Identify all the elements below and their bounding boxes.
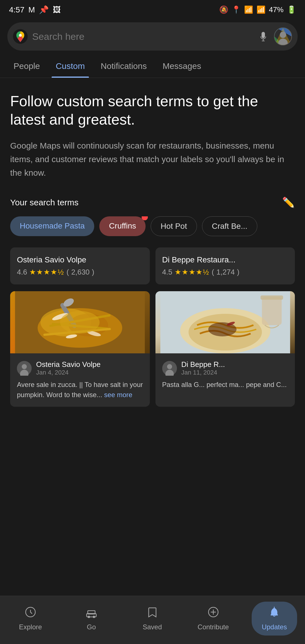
battery-display: 47%: [269, 5, 284, 14]
signal-icon: 📶: [256, 5, 265, 14]
nav-saved[interactable]: Saved: [130, 606, 175, 631]
tabs-container: People Custom Notifications Messages: [0, 55, 305, 78]
see-more-osteria[interactable]: see more: [104, 391, 132, 399]
notification-dot: [142, 216, 148, 220]
stars-osteria: ★★★★½: [29, 268, 64, 277]
edit-icon[interactable]: ✏️: [282, 197, 295, 208]
search-input[interactable]: [32, 31, 253, 42]
mute-icon: 🔕: [219, 5, 228, 14]
svg-point-35: [93, 616, 95, 618]
go-label: Go: [87, 623, 96, 631]
main-content: Follow custom search terms to get the la…: [0, 78, 305, 475]
photo-icon: 🖼: [53, 5, 61, 14]
review-text-dibeppe: Pasta alla G... perfect ma... pepe and C…: [162, 380, 288, 390]
user-avatar[interactable]: [274, 27, 292, 45]
tab-custom[interactable]: Custom: [48, 55, 93, 78]
review-body-osteria: Osteria Savio Volpe Jan 4, 2024 Avere sa…: [10, 353, 150, 407]
microphone-icon[interactable]: [257, 30, 269, 43]
review-cards-row: Osteria Savio Volpe Jan 4, 2024 Avere sa…: [10, 291, 295, 407]
review-image-dibeppe: [155, 291, 295, 353]
svg-point-34: [88, 616, 90, 618]
hero-description: Google Maps will continuously scan for r…: [10, 139, 295, 180]
svg-rect-28: [260, 295, 283, 300]
go-icon: [85, 606, 97, 621]
search-chips-container: Housemade Pasta Cruffins Hot Pot Craft B…: [10, 216, 295, 236]
updates-label: Updates: [262, 623, 287, 631]
search-bar-container: [0, 17, 305, 55]
chip-craft-be[interactable]: Craft Be...: [202, 216, 257, 236]
nav-updates[interactable]: Updates: [252, 602, 297, 636]
nav-go[interactable]: Go: [69, 606, 114, 631]
reviewer-date-dibeppe: Jan 11, 2024: [181, 369, 225, 376]
review-image-osteria: [10, 291, 150, 353]
chip-housemade-pasta[interactable]: Housemade Pasta: [10, 216, 94, 236]
reviewer-name-dibeppe: Di Beppe R...: [181, 360, 225, 369]
svg-point-30: [167, 364, 172, 369]
restaurant-name-dibeppe: Di Beppe Restaura...: [162, 255, 288, 264]
bottom-navigation: Explore Go Saved Contribute: [0, 596, 305, 644]
saved-label: Saved: [143, 623, 162, 631]
pin-icon: 📌: [39, 5, 49, 14]
review-text-osteria: Avere sale in zucca. || To have salt in …: [17, 380, 143, 400]
battery-icon: 🔋: [287, 5, 296, 14]
stars-dibeppe: ★★★★½: [175, 268, 210, 277]
nav-contribute[interactable]: Contribute: [191, 606, 236, 631]
reviewer-row-dibeppe: Di Beppe R... Jan 11, 2024: [162, 360, 288, 376]
explore-icon: [25, 606, 36, 621]
review-body-dibeppe: Di Beppe R... Jan 11, 2024 Pasta alla G.…: [155, 353, 295, 397]
search-terms-header: Your search terms ✏️: [10, 197, 295, 208]
restaurant-rating-dibeppe: 4.5 ★★★★½ (1,274): [162, 268, 288, 277]
tab-notifications[interactable]: Notifications: [93, 55, 155, 78]
hero-title: Follow custom search terms to get the la…: [10, 92, 295, 129]
svg-point-5: [280, 32, 286, 38]
chip-hot-pot[interactable]: Hot Pot: [151, 216, 197, 236]
location-icon: 📍: [232, 5, 241, 14]
google-maps-logo: [13, 29, 28, 44]
time-display: 4:57: [9, 5, 25, 14]
search-terms-title: Your search terms: [10, 198, 78, 207]
status-indicators: 🔕 📍 📶 📶 47% 🔋: [219, 5, 296, 14]
restaurant-card-osteria[interactable]: Osteria Savio Volpe 4.6 ★★★★½ (2,630): [10, 247, 150, 284]
restaurant-card-dibeppe[interactable]: Di Beppe Restaura... 4.5 ★★★★½ (1,274): [155, 247, 295, 284]
reviewer-avatar-osteria: [17, 361, 32, 376]
nav-explore[interactable]: Explore: [8, 606, 53, 631]
tab-people[interactable]: People: [6, 55, 48, 78]
status-time: 4:57 M 📌 🖼: [9, 5, 61, 14]
wifi-icon: 📶: [244, 5, 253, 14]
review-card-osteria[interactable]: Osteria Savio Volpe Jan 4, 2024 Avere sa…: [10, 291, 150, 407]
svg-point-1: [19, 34, 22, 37]
svg-rect-37: [271, 614, 278, 615]
contribute-icon: [207, 606, 219, 621]
reviewer-name-osteria: Osteria Savio Volpe: [36, 360, 100, 369]
svg-point-20: [22, 364, 27, 369]
gmail-icon: M: [28, 5, 35, 14]
reviewer-avatar-dibeppe: [162, 361, 177, 376]
restaurant-name-osteria: Osteria Savio Volpe: [17, 255, 143, 264]
contribute-label: Contribute: [198, 623, 229, 631]
reviewer-row-osteria: Osteria Savio Volpe Jan 4, 2024: [17, 360, 143, 376]
tab-messages[interactable]: Messages: [155, 55, 209, 78]
restaurant-cards-row: Osteria Savio Volpe 4.6 ★★★★½ (2,630) Di…: [10, 247, 295, 284]
svg-rect-27: [262, 297, 282, 325]
chip-cruffins[interactable]: Cruffins: [99, 216, 146, 236]
updates-bell-icon: [268, 606, 280, 621]
restaurant-rating-osteria: 4.6 ★★★★½ (2,630): [17, 268, 143, 277]
explore-label: Explore: [19, 623, 42, 631]
search-bar[interactable]: [7, 22, 298, 51]
review-card-dibeppe[interactable]: Di Beppe R... Jan 11, 2024 Pasta alla G.…: [155, 291, 295, 407]
reviewer-date-osteria: Jan 4, 2024: [36, 369, 100, 376]
status-bar: 4:57 M 📌 🖼 🔕 📍 📶 📶 47% 🔋: [0, 0, 305, 17]
saved-icon: [146, 606, 158, 621]
